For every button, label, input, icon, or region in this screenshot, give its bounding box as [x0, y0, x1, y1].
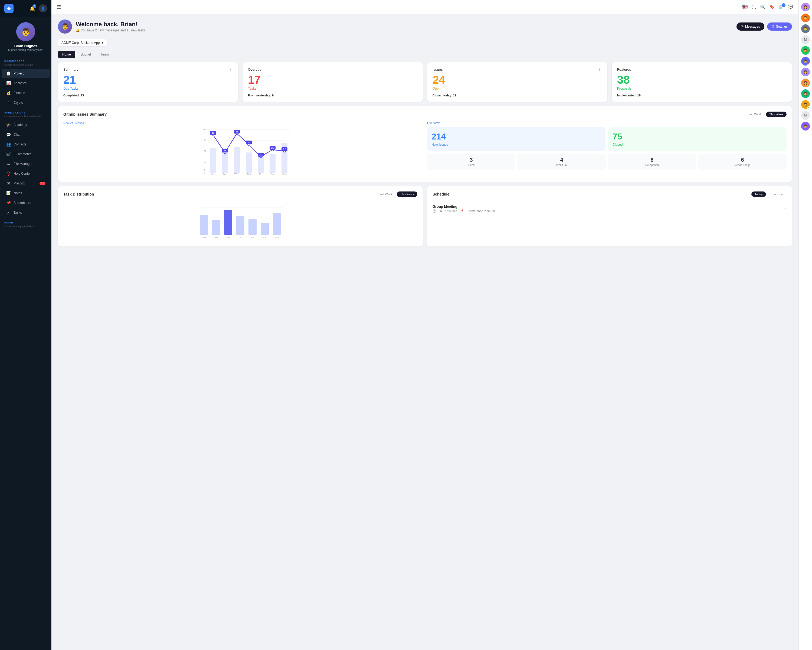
task-this-week-btn[interactable]: This Week	[397, 191, 417, 197]
sidebar-item-filemanager[interactable]: ☁ File Manager	[2, 159, 50, 168]
small-stats-grid: 3 Fixed 4 Won't Fix 8 Re-opened 6	[427, 154, 786, 170]
stat-title-features: Features	[617, 67, 631, 72]
bookmark-icon[interactable]: 🔖	[769, 5, 775, 9]
sidebar-item-label: Contacts	[14, 142, 26, 146]
stat-menu-overdue[interactable]: ⋮	[413, 67, 417, 72]
tomorrow-btn[interactable]: Tomorrow	[767, 191, 786, 197]
sidebar-item-chat[interactable]: 💬 Chat	[2, 130, 50, 139]
right-avatar-2[interactable]: 👨	[801, 14, 810, 22]
svg-text:Fri: Fri	[259, 173, 262, 176]
applications-sub: Custom made application designs	[0, 115, 52, 120]
wontfix-label: Won't Fix	[520, 164, 604, 167]
svg-text:Mon: Mon	[201, 236, 206, 239]
svg-text:9: 9	[203, 169, 205, 171]
right-avatar-6[interactable]: 👨	[801, 57, 810, 66]
task-last-week-btn[interactable]: Last Week	[375, 191, 396, 197]
offline-dot	[807, 20, 810, 22]
analytics-icon: 📊	[6, 81, 11, 85]
today-btn[interactable]: Today	[751, 191, 766, 197]
cart-icon[interactable]: 🛒 5	[778, 5, 784, 9]
wontfix-stat: 4 Won't Fix	[517, 154, 606, 170]
avatar-icon: 👨	[803, 124, 807, 128]
stat-number-issues: 24	[432, 74, 602, 86]
settings-button[interactable]: ⚙ Settings	[767, 23, 792, 31]
svg-text:Sat: Sat	[263, 236, 267, 239]
sidebar-item-label: Help Center	[14, 172, 31, 176]
reopened-stat: 8 Re-opened	[608, 154, 696, 170]
sidebar-item-ecommerce[interactable]: 🛒 ECommerce ›	[2, 150, 50, 159]
svg-rect-16	[270, 154, 276, 173]
dashboards-sub: Unique dashboard designs	[0, 64, 52, 69]
github-issues-card: Github Issues Summary Last Week This Wee…	[58, 106, 792, 182]
online-dot	[807, 85, 810, 87]
sidebar-item-label: Tasks	[14, 211, 22, 214]
sidebar-item-mailbox[interactable]: ✉ Mailbox 27	[2, 179, 50, 188]
stat-menu-issues[interactable]: ⋮	[598, 67, 602, 72]
crypto-icon: ₿	[6, 101, 11, 105]
chevron-right-icon: ›	[45, 172, 46, 175]
tab-budget[interactable]: Budget	[76, 51, 95, 58]
github-this-week-btn[interactable]: This Week	[766, 112, 786, 117]
right-avatar-11[interactable]: M	[801, 111, 810, 120]
stat-sub-summary: Completed: 13	[63, 94, 233, 97]
avatar-icon: 👨	[803, 27, 807, 31]
sidebar: ◆ 🔔 3 👤 👨 Brian Hughes hughes.brian@comp…	[0, 0, 52, 650]
scrum-icon: 📌	[6, 201, 11, 205]
stat-sub-features: Implemented: 16	[617, 94, 786, 97]
right-avatar-8[interactable]: 👩	[801, 78, 810, 87]
svg-text:Sun: Sun	[282, 173, 287, 176]
stat-menu-features[interactable]: ⋮	[782, 67, 786, 72]
sidebar-item-project[interactable]: 📋 Project	[2, 69, 50, 78]
sidebar-item-helpcenter[interactable]: ❓ Help Center ›	[2, 169, 50, 178]
notifications-button[interactable]: 🔔 3	[28, 5, 36, 12]
svg-text:36: 36	[203, 139, 206, 142]
right-avatar-9[interactable]: 👩	[801, 89, 810, 98]
notes-icon: 📝	[6, 191, 11, 195]
right-avatar-12[interactable]: 👨	[801, 122, 810, 130]
messages-button[interactable]: ✉ Messages	[736, 23, 765, 31]
user-icon[interactable]: 👤	[39, 5, 47, 12]
flag-icon[interactable]: 🇺🇸	[742, 4, 748, 10]
tab-team[interactable]: Team	[96, 51, 113, 58]
stat-menu-summary[interactable]: ⋮	[229, 67, 233, 72]
sidebar-item-label: Crypto	[14, 101, 23, 104]
chevron-right-icon[interactable]: ›	[785, 206, 786, 211]
triage-num: 6	[701, 157, 785, 163]
sidebar-item-crypto[interactable]: ₿ Crypto	[2, 98, 50, 107]
search-icon[interactable]: 🔍	[760, 5, 765, 9]
right-avatar-sidebar: 👩 👨 👨 M 👩 👨 👩 👩 👩 👩 M 👨	[798, 0, 812, 650]
right-avatar-1[interactable]: 👩	[801, 3, 810, 11]
svg-text:25: 25	[271, 147, 274, 149]
app-selector[interactable]: ACME Corp. Backend App ▾	[58, 39, 107, 47]
svg-text:Tue: Tue	[214, 236, 218, 239]
right-avatar-3[interactable]: 👨	[801, 24, 810, 33]
sidebar-item-scrumboard[interactable]: 📌 Scrumboard	[2, 198, 50, 208]
contacts-icon: 👥	[6, 142, 11, 147]
sidebar-item-academy[interactable]: 🎓 Academy	[2, 120, 50, 130]
right-avatar-4[interactable]: M	[801, 35, 810, 44]
menu-icon[interactable]: ☰	[57, 4, 61, 10]
right-avatar-5[interactable]: 👩	[801, 46, 810, 55]
tab-home[interactable]: Home	[58, 51, 75, 58]
right-avatar-10[interactable]: 👩	[801, 100, 810, 109]
sidebar-item-finance[interactable]: 💰 Finance	[2, 88, 50, 98]
new-issues-label: New Issues	[432, 143, 601, 147]
stat-sub-issues: Closed today: 19	[432, 94, 602, 97]
sidebar-item-notes[interactable]: 📝 Notes	[2, 188, 50, 198]
applications-label: APPLICATIONS	[0, 107, 52, 115]
github-last-week-btn[interactable]: Last Week	[744, 112, 765, 117]
svg-text:Wed: Wed	[226, 236, 230, 239]
chat-topbar-icon[interactable]: 💬	[788, 5, 793, 9]
right-avatar-7[interactable]: 👩	[801, 68, 810, 76]
fullscreen-icon[interactable]: ⛶	[752, 5, 756, 9]
stat-title-summary: Summary	[63, 67, 78, 72]
sidebar-item-tasks[interactable]: ✓ Tasks	[2, 208, 50, 217]
sidebar-item-contacts[interactable]: 👥 Contacts	[2, 140, 50, 149]
cart-badge: 5	[782, 3, 786, 7]
github-overview: Overview 214 New Issues 75 Closed	[427, 121, 786, 176]
location-icon: 📍	[460, 210, 464, 213]
sidebar-item-analytics[interactable]: 📊 Analytics	[2, 78, 50, 88]
fixed-stat: 3 Fixed	[427, 154, 515, 170]
svg-rect-15	[258, 156, 264, 173]
logo-icon[interactable]: ◆	[4, 4, 14, 13]
